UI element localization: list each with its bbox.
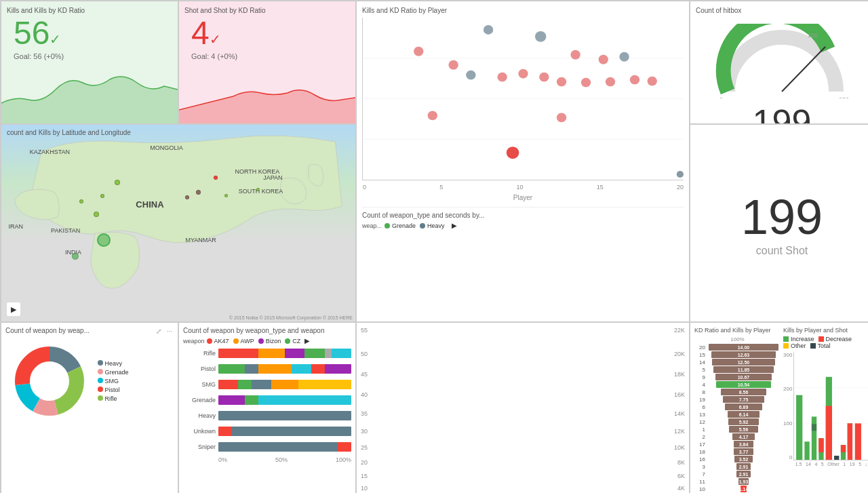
svg-point-3 (484, 25, 493, 35)
map-dot-10 (256, 188, 260, 191)
svg-line-23 (782, 47, 825, 92)
weapon-type-panel: Count of weapon by weap... ⤢ ··· Heav (1, 323, 178, 493)
count-shot-label: count Shot (756, 245, 808, 257)
svg-point-6 (448, 60, 458, 70)
map-title: count and Kills by Latitude and Longitud… (7, 129, 131, 136)
gauge-panel: Count of hitbox 0 250 150 199 (690, 1, 868, 123)
svg-rect-66 (848, 423, 852, 460)
shot-checkmark: ✓ (210, 32, 221, 47)
svg-rect-55 (805, 441, 810, 460)
waterfall-legend: Increase Decrease Other Total (783, 336, 868, 349)
svg-rect-64 (841, 445, 846, 452)
shot-goal: Goal: 4 (+0%) (191, 52, 350, 60)
scatter-panel: Kills and KD Ratio by Player 150 100 50 … (357, 1, 689, 321)
stacked-bars: Rifle Pistol SMG Grenade Heavy Unkown Sn… (183, 347, 351, 453)
svg-point-12 (518, 69, 528, 79)
svg-rect-67 (855, 423, 861, 460)
weapon-stacked-title: Count of weapon by weapon_type and weapo… (183, 327, 351, 334)
panel-toolbar: ⤢ ··· (155, 327, 174, 336)
kd-kills-panel: KD Ratio and Kills by Player 100% 2014.0… (690, 323, 868, 493)
map-dot-6 (72, 253, 79, 260)
gauge-chart: 0 250 150 (714, 24, 850, 98)
grouped-bar-content: 555045 4035 3025 2015 105 22K20K18K 16K1… (361, 327, 685, 493)
scatter-chart: 150 100 50 0 (362, 18, 684, 180)
svg-point-22 (677, 171, 684, 178)
more-btn[interactable]: ··· (165, 327, 174, 336)
svg-point-14 (557, 77, 566, 87)
expand-btn[interactable]: ⤢ (155, 327, 163, 336)
svg-text:150: 150 (808, 32, 818, 39)
map-label-japan: JAPAN (263, 174, 282, 181)
map-dot-11 (224, 194, 228, 197)
svg-point-11 (497, 73, 507, 82)
waterfall-y-axis: 300 200 100 0 (783, 352, 793, 460)
svg-point-17 (630, 75, 639, 85)
hitbox-title: Count of hitbox (696, 7, 868, 14)
count-shot-panel: 199 count Shot (690, 125, 868, 321)
waterfall-chart: 300 200 100 0 (783, 352, 868, 460)
svg-rect-59 (819, 438, 824, 452)
grouped-y-labels: 555045 4035 3025 2015 105 22K20K18K 16K1… (361, 327, 685, 493)
kd-ratio-panel: Kills and Kills by KD Ratio 56✓ Goal: 56… (1, 1, 178, 123)
svg-rect-61 (826, 406, 832, 460)
map-label-mongolia: MONGOLIA (150, 144, 183, 151)
svg-point-8 (599, 55, 608, 64)
kd-waterfall: Kills by Player and Shot Increase Decrea… (783, 327, 868, 493)
map-dot-4 (94, 212, 99, 217)
map-dot-5 (97, 233, 111, 247)
donut-area: Heavy Grenade SMG Pistol Rifle (5, 337, 174, 425)
svg-point-20 (557, 113, 566, 122)
weap-seconds-title: Count of weapon_type and seconds by... (362, 212, 684, 219)
kd-value: 56 (14, 15, 50, 51)
map-dot-2 (79, 199, 83, 203)
svg-rect-56 (812, 416, 816, 460)
svg-point-13 (539, 73, 549, 82)
stacked-x-axis: 0% 50% 100% (183, 456, 351, 463)
svg-point-16 (606, 77, 615, 87)
svg-rect-62 (834, 456, 839, 460)
map-label-iran: IRAN (8, 223, 23, 230)
svg-point-10 (466, 71, 475, 80)
svg-text:250: 250 (839, 96, 849, 98)
kills-player-title: Kills by Player and Shot (783, 327, 868, 334)
scatter-legend-area: Count of weapon_type and seconds by... w… (362, 207, 684, 229)
stacked-legend: weapon AK47 AWP Bizon CZ ▶ (183, 337, 351, 344)
svg-point-19 (428, 111, 437, 120)
svg-point-18 (648, 77, 657, 86)
svg-point-7 (570, 50, 580, 60)
svg-point-15 (581, 78, 591, 87)
weapon-stacked-panel: Count of weapon by weapon_type and weapo… (179, 323, 355, 493)
kd-checkmark: ✓ (50, 32, 61, 47)
shot-kd-title: Shot and Shot by KD Ratio (184, 7, 350, 14)
shot-kd-panel: Shot and Shot by KD Ratio 4✓ Goal: 4 (+0… (179, 1, 355, 123)
svg-point-5 (414, 47, 423, 56)
map-attribution: © 2015 Nokia © 2015 Microsoft Corporatio… (229, 315, 353, 320)
map-label-south-korea: SOUTH KOREA (239, 188, 283, 195)
kd-player-title: KD Ratio and Kills by Player (694, 327, 781, 334)
shot-value: 4 (191, 15, 210, 51)
funnel-bars: 2014.00 1512.63 1412.50 511.85 910.67 41… (694, 344, 781, 493)
svg-point-9 (619, 52, 629, 62)
waterfall-x-axis: 1.5 14 4 5 Other 1 19 5 ↓ (783, 462, 868, 467)
map-label-kazakhstan: KAZAKHSTAN (30, 149, 70, 155)
kd-ratio-title: Kills and Kills by KD Ratio (7, 7, 172, 14)
kd-goal: Goal: 56 (+0%) (14, 52, 172, 60)
svg-rect-57 (812, 424, 816, 431)
map-label-china: CHINA (136, 199, 163, 210)
gauge-value: 199 (753, 102, 812, 123)
weapon-type-header: Count of weapon by weap... ⤢ ··· (5, 327, 174, 337)
map-dot-3 (100, 194, 104, 198)
donut-legend: Heavy Grenade SMG Pistol Rifle (98, 360, 133, 402)
svg-point-33 (31, 362, 68, 400)
svg-rect-54 (796, 395, 802, 460)
map-panel: count and Kills by Latitude and Longitud… (1, 125, 355, 321)
map-label-myanmar: MYANMAR (185, 237, 216, 243)
waterfall-bars-area (793, 352, 868, 460)
map-label-pakistan: PAKISTAN (51, 227, 80, 234)
scatter-title: Kills and KD Ratio by Player (362, 7, 684, 14)
map-dot-8 (196, 190, 201, 195)
map-bg: KAZAKHSTAN MONGOLIA IRAN CHINA PAKISTAN … (1, 125, 355, 321)
count-shot-value: 199 (741, 189, 823, 245)
map-play-button[interactable]: ▶ (7, 302, 20, 316)
weapon-type-title: Count of weapon by weap... (5, 327, 90, 334)
